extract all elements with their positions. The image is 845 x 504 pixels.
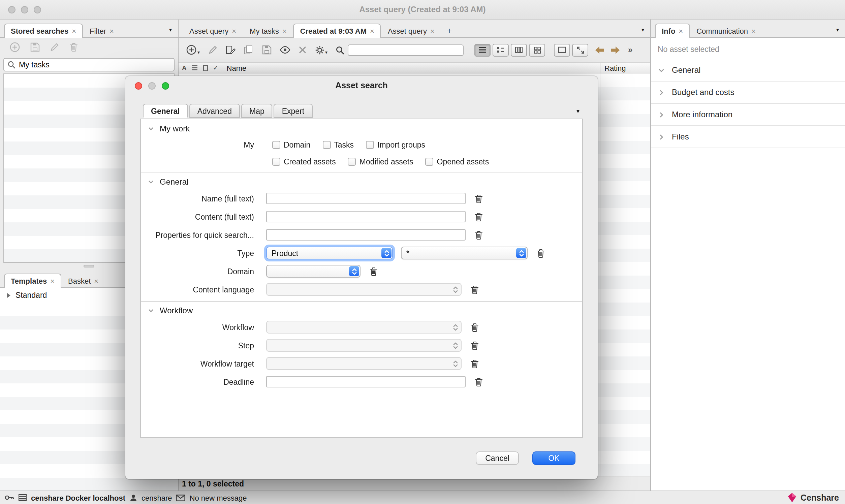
rows-icon[interactable]: [191, 65, 198, 71]
section-my-work-header[interactable]: My work: [141, 121, 582, 136]
type-select[interactable]: Product: [266, 247, 393, 259]
tab-filter[interactable]: Filter ×: [83, 23, 121, 38]
step-select[interactable]: [266, 339, 462, 352]
column-divider[interactable]: [600, 63, 600, 73]
dialog-close-button[interactable]: [135, 82, 142, 89]
settings-gear-button[interactable]: ▾: [314, 45, 327, 55]
view-fullscreen-button[interactable]: [572, 43, 588, 56]
tab-close-icon[interactable]: ×: [370, 27, 374, 35]
tab-close-icon[interactable]: ×: [72, 27, 76, 35]
server-icon[interactable]: [18, 494, 27, 501]
checkbox-modified-assets[interactable]: Modified assets: [348, 157, 413, 165]
back-arrow-icon[interactable]: [594, 46, 605, 54]
tab-close-icon[interactable]: ×: [679, 27, 683, 35]
key-icon[interactable]: [5, 494, 14, 501]
tab-close-icon[interactable]: ×: [430, 27, 435, 35]
tab-communication[interactable]: Communication ×: [690, 23, 762, 38]
remove-button[interactable]: [298, 46, 306, 54]
tab-info[interactable]: Info ×: [655, 23, 690, 38]
checkbox-box[interactable]: [322, 141, 330, 148]
tab-created-at-903[interactable]: Created at 9:03 AM ×: [293, 23, 381, 38]
new-asset-button[interactable]: ▾: [186, 44, 200, 55]
clear-content-language-button[interactable]: [470, 285, 479, 294]
mail-status[interactable]: No new message: [190, 493, 247, 502]
checkbox-tasks[interactable]: Tasks: [322, 141, 354, 148]
section-general-header[interactable]: General: [141, 175, 582, 189]
tabbar-menu-icon[interactable]: ▾: [642, 27, 644, 33]
cancel-button[interactable]: Cancel: [476, 451, 519, 465]
clear-properties-button[interactable]: [474, 230, 483, 239]
clear-domain-button[interactable]: [369, 267, 378, 276]
content-fulltext-input[interactable]: [266, 211, 466, 222]
minimize-window-button[interactable]: [21, 6, 28, 13]
edit-metadata-button[interactable]: [226, 45, 235, 55]
save-search-icon[interactable]: [30, 42, 40, 52]
checkbox-box[interactable]: [348, 157, 356, 165]
clear-workflow-target-button[interactable]: [470, 359, 479, 368]
zoom-window-button[interactable]: [34, 6, 41, 13]
column-header-name[interactable]: Name: [227, 64, 247, 72]
tab-close-icon[interactable]: ×: [109, 27, 114, 35]
clear-step-button[interactable]: [470, 341, 479, 350]
toolbar-overflow-button[interactable]: »: [628, 45, 632, 55]
section-workflow-header[interactable]: Workflow: [141, 303, 582, 318]
duplicate-asset-button[interactable]: [244, 45, 254, 55]
new-tab-button[interactable]: +: [442, 23, 457, 38]
checkbox-box[interactable]: [272, 157, 280, 165]
dialog-tab-overflow-icon[interactable]: ▾: [576, 108, 579, 114]
checkbox-box[interactable]: [272, 141, 280, 148]
close-window-button[interactable]: [8, 6, 16, 13]
section-files[interactable]: Files: [651, 126, 845, 148]
forward-arrow-icon[interactable]: [610, 46, 621, 54]
content-language-select[interactable]: [266, 283, 462, 296]
column-header-rating[interactable]: Rating: [605, 64, 626, 72]
server-name[interactable]: censhare Docker localhost: [31, 493, 125, 502]
user-name[interactable]: censhare: [142, 493, 172, 502]
deadline-input[interactable]: [266, 376, 466, 388]
tab-templates[interactable]: Templates ×: [4, 273, 61, 288]
dialog-tab-general[interactable]: General: [143, 104, 188, 118]
edit-asset-button[interactable]: [208, 45, 217, 55]
dialog-zoom-button[interactable]: [162, 82, 169, 89]
tab-close-icon[interactable]: ×: [50, 277, 55, 285]
edit-search-icon[interactable]: [50, 42, 59, 52]
tab-my-tasks[interactable]: My tasks ×: [243, 23, 293, 38]
checkbox-box[interactable]: [426, 157, 434, 165]
section-more-information[interactable]: More information: [651, 104, 845, 126]
dialog-tab-expert[interactable]: Expert: [274, 104, 313, 118]
tab-close-icon[interactable]: ×: [282, 27, 287, 35]
clear-workflow-button[interactable]: [470, 322, 479, 332]
checkbox-opened-assets[interactable]: Opened assets: [426, 157, 489, 165]
delete-search-icon[interactable]: [69, 42, 78, 52]
check-icon[interactable]: ✓: [213, 64, 219, 71]
workflow-select[interactable]: [266, 321, 462, 334]
clear-name-button[interactable]: [474, 194, 483, 203]
name-fulltext-input[interactable]: [266, 193, 466, 204]
tab-asset-query-1[interactable]: Asset query ×: [183, 23, 243, 38]
table-header[interactable]: A ✓ Name Rating: [179, 62, 650, 73]
checkbox-domain[interactable]: Domain: [272, 141, 310, 148]
domain-select[interactable]: [266, 265, 360, 277]
dialog-minimize-button[interactable]: [148, 82, 156, 89]
ok-button[interactable]: OK: [532, 451, 575, 465]
clear-type-button[interactable]: [536, 248, 545, 258]
view-columns-button[interactable]: [511, 43, 527, 56]
tab-close-icon[interactable]: ×: [94, 277, 98, 285]
tabbar-menu-icon[interactable]: ▾: [169, 27, 172, 33]
type-subselect[interactable]: *: [401, 247, 528, 259]
tab-asset-query-2[interactable]: Asset query ×: [381, 23, 442, 38]
view-single-button[interactable]: [554, 43, 570, 56]
stored-search-input[interactable]: [19, 61, 170, 69]
workflow-target-select[interactable]: [266, 357, 462, 370]
view-grid-button[interactable]: [529, 43, 545, 56]
checkbox-import-groups[interactable]: Import groups: [366, 141, 425, 148]
properties-quick-search-input[interactable]: [266, 229, 466, 240]
tab-close-icon[interactable]: ×: [751, 27, 756, 35]
save-asset-button[interactable]: [262, 45, 271, 55]
section-budget-and-costs[interactable]: Budget and costs: [651, 82, 845, 104]
preview-button[interactable]: [279, 46, 290, 54]
section-general[interactable]: General: [651, 59, 845, 82]
disclosure-triangle-icon[interactable]: [6, 292, 11, 298]
sort-alpha-icon[interactable]: A: [182, 64, 187, 71]
checkbox-created-assets[interactable]: Created assets: [272, 157, 336, 165]
